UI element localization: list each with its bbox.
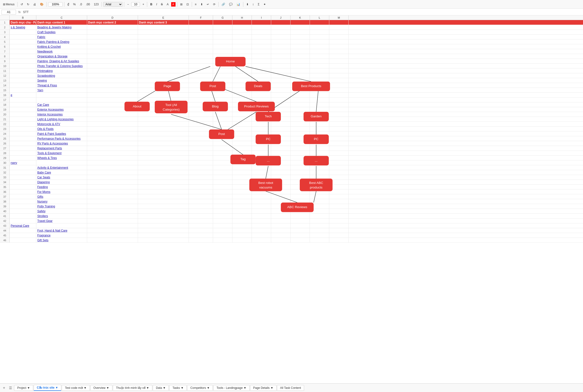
cell[interactable] xyxy=(232,151,252,155)
cell[interactable] xyxy=(87,102,138,107)
cell[interactable] xyxy=(252,223,271,228)
cell[interactable] xyxy=(213,30,232,34)
cell[interactable]: Nursery xyxy=(36,199,87,204)
cell[interactable] xyxy=(232,122,252,126)
cell[interactable] xyxy=(252,117,271,122)
cell[interactable] xyxy=(10,98,36,102)
cell[interactable] xyxy=(310,190,329,194)
cell[interactable] xyxy=(87,126,138,131)
cell[interactable] xyxy=(189,64,213,68)
cell[interactable] xyxy=(271,136,291,141)
cell[interactable] xyxy=(291,122,310,126)
cell[interactable] xyxy=(213,122,232,126)
cell[interactable] xyxy=(87,141,138,146)
cell[interactable] xyxy=(213,175,232,180)
cell[interactable] xyxy=(232,107,252,112)
cell[interactable] xyxy=(138,180,189,184)
cell[interactable] xyxy=(232,199,252,204)
cell[interactable] xyxy=(310,141,329,146)
cell[interactable] xyxy=(252,185,271,189)
cell[interactable] xyxy=(310,68,329,73)
cell[interactable] xyxy=(138,194,189,199)
cell[interactable] xyxy=(329,136,349,141)
cell[interactable] xyxy=(87,78,138,83)
cell[interactable] xyxy=(271,117,291,122)
cell[interactable] xyxy=(310,218,329,223)
chart-button[interactable]: 📊 xyxy=(235,2,242,6)
cell[interactable] xyxy=(310,146,329,150)
cell[interactable] xyxy=(189,194,213,199)
cell[interactable] xyxy=(310,151,329,155)
cell[interactable] xyxy=(232,141,252,146)
cell[interactable] xyxy=(213,151,232,155)
cell[interactable] xyxy=(271,165,291,170)
cell[interactable] xyxy=(310,170,329,175)
cell[interactable] xyxy=(138,223,189,228)
cell[interactable] xyxy=(189,238,213,242)
cell[interactable] xyxy=(291,117,310,122)
cell[interactable] xyxy=(252,126,271,131)
cell[interactable] xyxy=(291,49,310,54)
cell[interactable]: Travel Gear xyxy=(36,218,87,223)
cell[interactable] xyxy=(232,170,252,175)
cell[interactable] xyxy=(189,160,213,165)
cell[interactable] xyxy=(10,107,36,112)
cell[interactable] xyxy=(138,98,189,102)
cell[interactable] xyxy=(213,136,232,141)
cell[interactable] xyxy=(291,175,310,180)
cell[interactable] xyxy=(138,165,189,170)
cell[interactable] xyxy=(252,228,271,233)
cell[interactable] xyxy=(291,126,310,131)
cell[interactable]: Oils & Fluids xyxy=(36,126,87,131)
cell[interactable] xyxy=(138,238,189,242)
cell[interactable] xyxy=(310,20,329,25)
cell[interactable] xyxy=(87,49,138,54)
cell[interactable] xyxy=(213,117,232,122)
cell[interactable] xyxy=(310,126,329,131)
cell[interactable] xyxy=(291,223,310,228)
cell[interactable] xyxy=(87,136,138,141)
cell[interactable] xyxy=(87,199,138,204)
cell[interactable] xyxy=(291,151,310,155)
cell[interactable] xyxy=(291,170,310,175)
cell[interactable] xyxy=(10,199,36,204)
cell[interactable] xyxy=(213,107,232,112)
cell[interactable] xyxy=(213,238,232,242)
cell[interactable] xyxy=(271,209,291,214)
cell[interactable]: Organization & Storage xyxy=(36,54,87,58)
cell[interactable] xyxy=(310,49,329,54)
cell[interactable] xyxy=(189,170,213,175)
cell[interactable] xyxy=(291,59,310,64)
cell[interactable] xyxy=(10,40,36,44)
cell[interactable] xyxy=(87,204,138,208)
cell[interactable] xyxy=(291,136,310,141)
cell[interactable] xyxy=(291,73,310,78)
wrap-button[interactable]: ↵ xyxy=(205,2,211,6)
cell[interactable]: Gifts xyxy=(36,194,87,199)
cell[interactable] xyxy=(329,228,349,233)
cell[interactable]: Paint & Paint Supplies xyxy=(36,132,87,136)
redo-button[interactable]: ↻ xyxy=(26,2,31,6)
cell[interactable] xyxy=(310,30,329,34)
cell[interactable] xyxy=(271,20,291,25)
cell[interactable] xyxy=(329,160,349,165)
cell[interactable] xyxy=(310,180,329,184)
cell[interactable] xyxy=(329,83,349,88)
cell[interactable] xyxy=(252,64,271,68)
cell[interactable] xyxy=(329,146,349,150)
cell[interactable] xyxy=(271,68,291,73)
cell[interactable] xyxy=(232,185,252,189)
cell[interactable] xyxy=(10,102,36,107)
cell[interactable] xyxy=(271,170,291,175)
cell[interactable] xyxy=(252,49,271,54)
cell[interactable] xyxy=(10,78,36,83)
cell[interactable] xyxy=(329,141,349,146)
cell[interactable] xyxy=(310,102,329,107)
cell[interactable] xyxy=(329,93,349,97)
cell[interactable] xyxy=(291,34,310,39)
cell[interactable] xyxy=(232,190,252,194)
cell[interactable] xyxy=(213,160,232,165)
cell[interactable] xyxy=(213,146,232,150)
cell[interactable] xyxy=(213,190,232,194)
cell[interactable]: Light & Lighting Accessories xyxy=(36,117,87,122)
